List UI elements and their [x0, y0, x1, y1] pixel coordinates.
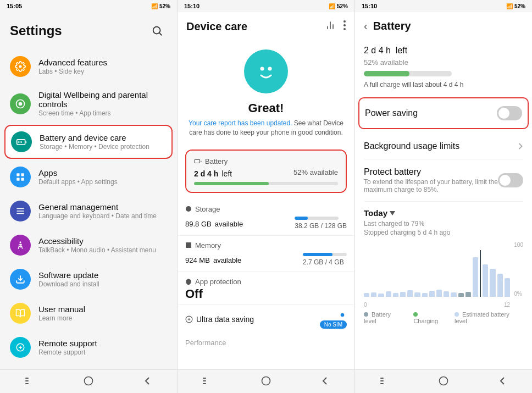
- protect-battery-label: Protect battery: [364, 167, 498, 177]
- advanced-subtitle: Labs • Side key: [38, 68, 107, 75]
- settings-item-wellbeing[interactable]: Digital Wellbeing and parental controls …: [0, 84, 177, 124]
- settings-panel: 15:05 📶 52% Settings Advanced features L…: [0, 0, 178, 393]
- battery-2: 52%: [337, 3, 348, 9]
- chart-bar: [393, 293, 398, 297]
- more-icon[interactable]: [343, 20, 346, 32]
- nav-home-1[interactable]: [80, 374, 97, 388]
- care-memory-row: Memory 924 MB available 2.7 GB / 4 GB: [185, 241, 347, 266]
- settings-item-apps[interactable]: Apps Default apps • App settings: [0, 160, 177, 194]
- software-text: Software update Download and install: [38, 270, 99, 288]
- legend-battery: Battery level: [364, 311, 404, 324]
- svg-rect-12: [16, 213, 24, 214]
- nav-back-3[interactable]: [494, 374, 511, 388]
- svg-rect-5: [17, 140, 25, 145]
- protect-battery-sub: To extend the lifespan of your battery, …: [364, 178, 498, 193]
- settings-item-advanced[interactable]: Advanced features Labs • Side key: [0, 49, 177, 84]
- apps-title: Apps: [38, 168, 118, 178]
- nav-menu-2[interactable]: [198, 374, 216, 388]
- svg-rect-39: [380, 378, 384, 379]
- chart-bar: [505, 278, 510, 297]
- estimated-dot: [455, 312, 459, 317]
- care-battery-progress: [194, 182, 338, 185]
- care-storage-right: 38.2 GB / 128 GB: [295, 222, 347, 230]
- care-ultradata-section[interactable]: Ultra data saving No SIM: [178, 305, 354, 334]
- svg-line-1: [159, 33, 162, 35]
- svg-point-30: [186, 206, 191, 212]
- care-battery-progress-wrap: [194, 182, 338, 185]
- chart-bar: [429, 291, 435, 297]
- battery-title: Battery: [373, 20, 411, 32]
- bottom-nav-1: [0, 369, 177, 393]
- care-battery-pct: 52% available: [293, 168, 338, 176]
- chart-bar: [386, 291, 391, 297]
- svg-point-33: [341, 313, 345, 317]
- svg-point-4: [19, 102, 23, 106]
- chart-current-marker: [480, 250, 481, 297]
- svg-point-0: [153, 27, 160, 34]
- care-storage-section[interactable]: Storage 89.8 GB available 38.2 GB / 128 …: [178, 200, 354, 236]
- care-battery-value: 2 d 4 h left: [194, 165, 232, 180]
- manual-icon: [10, 303, 31, 324]
- device-care-header: Device care: [178, 12, 354, 38]
- battery-back-button[interactable]: ‹: [364, 20, 368, 32]
- last-charged: Last charged to 79%: [364, 220, 523, 228]
- apps-icon: [10, 167, 31, 187]
- chart-bar: [407, 290, 413, 297]
- charging-dot: [413, 312, 418, 317]
- care-memory-section[interactable]: Memory 924 MB available 2.7 GB / 4 GB: [178, 236, 354, 272]
- settings-item-manual[interactable]: User manual Learn more: [0, 296, 177, 330]
- time-3: 15:10: [362, 3, 377, 9]
- bottom-nav-3: [355, 369, 532, 393]
- care-storage-value: 89.8 GB available: [185, 215, 243, 230]
- nav-menu-1[interactable]: [21, 374, 38, 388]
- time-2: 15:10: [184, 3, 199, 9]
- search-button[interactable]: [147, 21, 167, 41]
- today-label[interactable]: Today: [364, 208, 523, 218]
- nav-back-2[interactable]: [316, 374, 334, 388]
- chart-x-labels: 0 12: [364, 302, 510, 308]
- power-saving-toggle[interactable]: [497, 106, 522, 120]
- settings-item-accessibility[interactable]: Accessibility TalkBack • Mono audio • As…: [0, 228, 177, 262]
- chart-bar: [490, 269, 495, 297]
- nav-home-2[interactable]: [257, 374, 275, 388]
- svg-rect-10: [16, 208, 24, 209]
- signal-icon: 📶: [151, 3, 158, 9]
- power-saving-option[interactable]: Power saving: [358, 97, 529, 129]
- apps-subtitle: Default apps • App settings: [38, 178, 118, 186]
- care-battery-card[interactable]: Battery 2 d 4 h left 52% available: [185, 150, 347, 193]
- nav-menu-3[interactable]: [376, 374, 394, 388]
- chart-bar: [451, 292, 456, 297]
- settings-item-battery[interactable]: Battery and device care Storage • Memory…: [4, 125, 173, 159]
- battery-header: ‹ Battery: [355, 12, 532, 38]
- chevron-right-icon: [517, 141, 523, 151]
- performance-label: Performance: [178, 334, 354, 349]
- care-memory-right: 2.7 GB / 4 GB: [303, 258, 347, 266]
- settings-item-software[interactable]: Software update Download and install: [0, 262, 177, 296]
- no-sim-wrap: No SIM: [320, 311, 347, 329]
- nav-back-1[interactable]: [138, 374, 156, 388]
- general-title: General management: [38, 202, 157, 212]
- svg-rect-18: [25, 383, 29, 384]
- device-care-header-icons: [325, 20, 346, 33]
- background-limits-option[interactable]: Background usage limits: [364, 134, 523, 159]
- accessibility-icon: [10, 235, 31, 256]
- settings-item-general[interactable]: General management Language and keyboard…: [0, 194, 177, 228]
- chart-bar: [465, 292, 471, 297]
- wellbeing-icon: [10, 93, 31, 114]
- settings-item-remote[interactable]: Remote support Remote support: [0, 330, 177, 364]
- no-sim-badge: No SIM: [320, 320, 347, 329]
- protect-battery-toggle[interactable]: [498, 173, 523, 187]
- care-link[interactable]: Your care report has been updated.: [189, 119, 292, 127]
- battery-full-charge-note: A full charge will last about 4 d 4 h: [364, 81, 523, 88]
- protect-battery-option[interactable]: Protect battery To extend the lifespan o…: [364, 159, 523, 202]
- svg-point-42: [439, 377, 447, 385]
- nav-home-3[interactable]: [435, 374, 452, 388]
- wellbeing-text: Digital Wellbeing and parental controls …: [38, 90, 167, 117]
- battery-pct-label: 52% available: [364, 58, 523, 67]
- software-title: Software update: [38, 270, 99, 280]
- remote-icon: [10, 337, 31, 358]
- care-appprotection-section[interactable]: App protection Off: [178, 272, 354, 305]
- chart-icon[interactable]: [325, 20, 336, 33]
- svg-rect-36: [203, 383, 206, 384]
- care-storage-progress: [295, 217, 339, 220]
